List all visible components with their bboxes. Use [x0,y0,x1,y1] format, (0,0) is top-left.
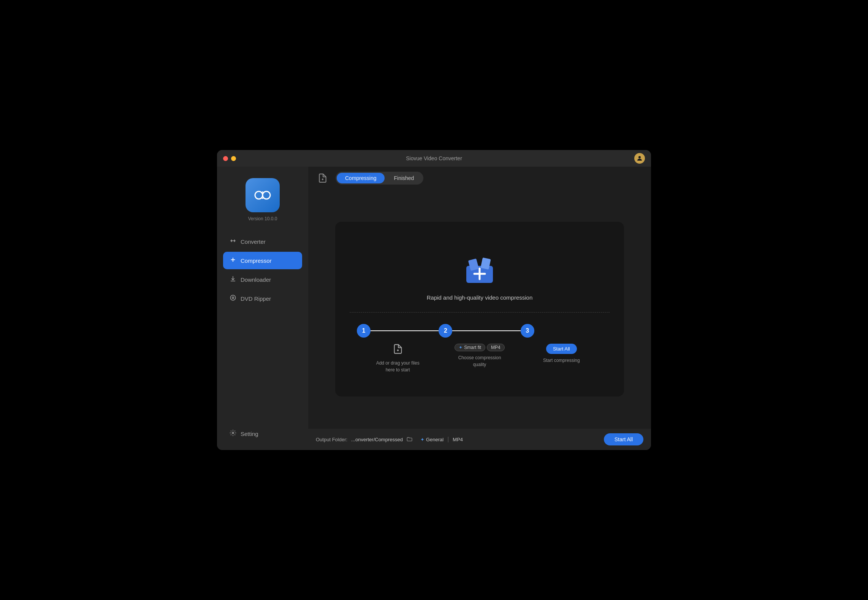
logo-section: Version 10.0.0 [217,174,308,233]
mp4-label: MP4 [491,345,501,350]
sidebar-item-converter[interactable]: Converter [223,233,302,250]
svg-point-5 [230,295,236,300]
downloader-icon [229,275,237,284]
app-version: Version 10.0.0 [248,216,277,221]
step-2-badges: ✦ Smart fit MP4 [455,344,504,351]
setting-icon [229,429,237,438]
step-1-circle: 1 [357,324,371,338]
drop-zone-container: Rapid and high-quality video compression… [308,189,651,429]
sidebar-item-dvd-ripper[interactable]: DVD Ripper [223,290,302,307]
tab-group: Compressing Finished [336,172,423,185]
sidebar-bottom: Setting [217,425,308,442]
step-2-label: Choose compressionquality [458,354,501,368]
compressor-icon [229,256,237,265]
bottom-bar: Output Folder: ...onverter/Compressed ✦ … [308,429,651,450]
output-folder-label: Output Folder: [316,437,347,442]
sidebar-item-compressor[interactable]: Compressor [223,252,302,269]
file-add-icon [393,344,403,357]
folder-icon[interactable] [407,436,413,443]
format-label: MP4 [453,437,463,442]
svg-point-0 [638,156,641,158]
setting-label: Setting [241,431,258,437]
steps-container: 1 [357,324,602,373]
step-2-circle: 2 [439,324,452,338]
step-3-label: Start compressing [543,357,580,364]
titlebar: Siovue Video Converter [217,150,651,167]
app-icon [246,178,280,212]
compressor-label: Compressor [241,257,272,264]
dvd-ripper-label: DVD Ripper [241,295,271,302]
start-all-button-inline[interactable]: Start All [546,344,577,354]
svg-point-6 [232,297,234,299]
separator: | [447,436,449,443]
step-1-line [371,330,439,331]
quality-star-icon: ✦ [420,437,424,442]
traffic-lights [223,156,236,161]
step-2: 2 ✦ Smart fit MP4 [439,324,520,368]
tab-compressing[interactable]: Compressing [337,173,385,183]
converter-label: Converter [241,238,266,245]
toolbar: Compressing Finished [308,167,651,189]
smart-fit-badge[interactable]: ✦ Smart fit [455,344,485,351]
drop-zone-title: Rapid and high-quality video compression [427,294,533,301]
output-path: ...onverter/Compressed [351,437,403,442]
divider [350,312,610,313]
sidebar-nav: Converter Compressor [217,233,308,307]
quality-badge: ✦ General [420,437,444,442]
drop-zone[interactable]: Rapid and high-quality video compression… [335,222,624,396]
mp4-badge[interactable]: MP4 [487,344,505,351]
converter-icon [229,237,237,246]
sidebar-item-setting[interactable]: Setting [223,425,302,442]
start-all-button[interactable]: Start All [604,433,643,445]
minimize-button[interactable] [231,156,236,161]
svg-point-1 [255,191,263,199]
app-body: Version 10.0.0 Converter [217,167,651,450]
step-1-label: Add or drag your fileshere to start [376,360,420,373]
sidebar: Version 10.0.0 Converter [217,167,308,450]
smart-fit-label: Smart fit [464,345,481,350]
step-1: 1 [357,324,439,373]
user-avatar[interactable] [634,153,645,164]
downloader-label: Downloader [241,276,271,283]
close-button[interactable] [223,156,228,161]
main-content: Compressing Finished [308,167,651,450]
window-title: Siovue Video Converter [406,155,462,161]
app-window: Siovue Video Converter Version [217,150,651,450]
add-file-button[interactable] [316,171,329,185]
step-2-line [452,330,520,331]
step-3: 3 Start All Start compressing [521,324,602,364]
dvd-ripper-icon [229,294,237,303]
quality-label: General [426,437,444,442]
svg-point-7 [232,432,234,434]
svg-point-2 [263,191,270,199]
sidebar-item-downloader[interactable]: Downloader [223,271,302,288]
tab-finished[interactable]: Finished [385,173,422,183]
drop-zone-icon [459,245,501,288]
step-3-circle: 3 [521,324,534,338]
star-icon: ✦ [459,345,463,350]
